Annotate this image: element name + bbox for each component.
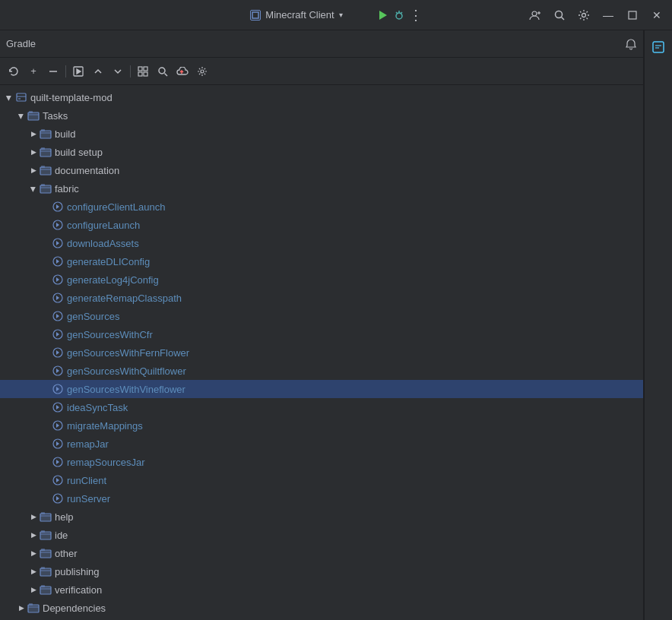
documentation-folder[interactable]: ▶ documentation <box>0 161 643 179</box>
more-button[interactable]: ⋮ <box>410 9 422 21</box>
gradle-settings-button[interactable] <box>193 62 211 81</box>
tasks-expand-arrow[interactable]: ▶ <box>15 110 27 122</box>
add-profile-icon[interactable] <box>529 9 541 21</box>
verification-folder[interactable]: ▶ verification <box>0 580 643 599</box>
up-button[interactable] <box>89 62 107 81</box>
task-configureClientLaunch[interactable]: ▶ configureClientLaunch <box>0 198 643 216</box>
project-name: Minecraft Client <box>265 9 334 21</box>
svg-rect-36 <box>40 167 51 175</box>
root-expand-arrow[interactable]: ▶ <box>3 92 15 104</box>
restore-button[interactable] <box>626 9 639 21</box>
documentation-folder-icon <box>40 164 52 176</box>
title-bar-right: — ✕ <box>529 0 663 30</box>
toolbar: + <box>0 58 643 85</box>
svg-point-9 <box>556 11 563 17</box>
svg-rect-29 <box>29 111 33 113</box>
task-icon <box>52 438 64 450</box>
dependencies-folder[interactable]: ▶ Dependencies <box>0 599 643 617</box>
task-generateLog4jConfig[interactable]: ▶ generateLog4jConfig <box>0 270 643 289</box>
cloud-button[interactable] <box>173 62 192 81</box>
task-icon <box>52 401 64 413</box>
svg-rect-39 <box>40 185 51 193</box>
svg-marker-1 <box>379 11 387 20</box>
other-folder[interactable]: ▶ other <box>0 544 643 562</box>
task-icon <box>52 310 64 322</box>
build-setup-folder[interactable]: ▶ build setup <box>0 143 643 161</box>
debug-button[interactable] <box>393 9 405 21</box>
tree-container[interactable]: ▶ quilt-template-mod ▶ <box>0 85 643 620</box>
build-folder[interactable]: ▶ build <box>0 125 643 143</box>
task-configureLaunch[interactable]: ▶ configureLaunch <box>0 216 643 234</box>
help-folder[interactable]: ▶ help <box>0 508 643 526</box>
close-button[interactable]: ✕ <box>651 9 663 21</box>
run-button[interactable] <box>376 9 388 21</box>
project-chevron[interactable]: ▾ <box>339 11 343 19</box>
task-ideaSyncTask[interactable]: ▶ ideaSyncTask <box>0 398 643 416</box>
ide-expand-arrow[interactable]: ▶ <box>27 529 40 541</box>
task-remapJar[interactable]: ▶ remapJar <box>0 435 643 453</box>
down-button[interactable] <box>109 62 127 81</box>
fabric-tasks-container: ▶ configureClientLaunch ▶ <box>0 198 643 508</box>
gradle-header: Gradle <box>0 30 643 58</box>
task-generateDLIConfig[interactable]: ▶ generateDLIConfig <box>0 252 643 270</box>
task-runClient[interactable]: ▶ runClient <box>0 471 643 489</box>
dependencies-expand-arrow[interactable]: ▶ <box>15 602 27 614</box>
task-remapSourcesJar[interactable]: ▶ remapSourcesJar <box>0 453 643 471</box>
ide-folder[interactable]: ▶ ide <box>0 526 643 544</box>
publishing-folder[interactable]: ▶ publishing <box>0 562 643 580</box>
task-downloadAssets[interactable]: ▶ downloadAssets <box>0 234 643 252</box>
task-genSources[interactable]: ▶ genSources <box>0 307 643 325</box>
refresh-button[interactable] <box>5 62 23 81</box>
project-icon <box>250 10 261 21</box>
svg-rect-77 <box>653 42 664 52</box>
svg-marker-15 <box>77 69 81 74</box>
build-setup-expand-arrow[interactable]: ▶ <box>27 146 40 158</box>
gradle-bell-icon[interactable] <box>625 38 637 50</box>
verification-label: verification <box>55 584 102 596</box>
other-expand-arrow[interactable]: ▶ <box>27 547 40 559</box>
verification-expand-arrow[interactable]: ▶ <box>27 584 40 596</box>
task-genSourcesWithQuiltflower[interactable]: ▶ genSourcesWithQuiltflower <box>0 362 643 380</box>
execute-button[interactable] <box>69 62 87 81</box>
expand-button[interactable] <box>134 62 152 81</box>
remove-button[interactable] <box>44 62 62 81</box>
task-icon <box>52 365 64 377</box>
svg-point-11 <box>582 13 586 17</box>
svg-line-21 <box>165 73 168 76</box>
task-icon <box>52 383 64 395</box>
task-icon <box>52 492 64 505</box>
task-label: genSourcesWithCfr <box>67 329 153 340</box>
svg-rect-70 <box>41 567 45 569</box>
build-expand-arrow[interactable]: ▶ <box>27 128 40 140</box>
minimize-button[interactable]: — <box>602 9 614 21</box>
toolbar-separator-2 <box>130 65 131 78</box>
build-setup-folder-icon <box>40 146 52 158</box>
help-expand-arrow[interactable]: ▶ <box>27 511 40 523</box>
task-runServer[interactable]: ▶ runServer <box>0 489 643 508</box>
help-label: help <box>55 511 74 523</box>
task-generateRemapClasspath[interactable]: ▶ generateRemapClasspath <box>0 289 643 307</box>
svg-point-20 <box>159 68 165 74</box>
publishing-expand-arrow[interactable]: ▶ <box>27 565 40 577</box>
tasks-folder[interactable]: ▶ Tasks <box>0 106 643 125</box>
fabric-folder[interactable]: ▶ fabric <box>0 179 643 198</box>
svg-rect-17 <box>144 67 147 71</box>
fabric-expand-arrow[interactable]: ▶ <box>27 183 40 195</box>
settings-icon[interactable] <box>578 9 590 21</box>
root-module-icon <box>15 91 27 103</box>
task-genSourcesWithFernFlower[interactable]: ▶ genSourcesWithFernFlower <box>0 343 643 362</box>
task-genSourcesWithCfr[interactable]: ▶ genSourcesWithCfr <box>0 325 643 343</box>
task-genSourcesWithVineflower[interactable]: ▶ genSourcesWithVineflower <box>0 380 643 398</box>
task-migrateMappings[interactable]: ▶ migrateMappings <box>0 416 643 435</box>
search-icon[interactable] <box>553 9 566 21</box>
tree-root[interactable]: ▶ quilt-template-mod <box>0 88 643 106</box>
svg-line-4 <box>396 12 398 14</box>
svg-line-10 <box>562 17 565 20</box>
gradle-sidebar-icon[interactable] <box>648 36 669 58</box>
search-button[interactable] <box>154 62 172 81</box>
publishing-label: publishing <box>55 566 100 577</box>
help-folder-icon <box>40 511 52 523</box>
documentation-expand-arrow[interactable]: ▶ <box>27 164 40 176</box>
svg-rect-30 <box>40 131 51 138</box>
add-button[interactable]: + <box>24 62 43 81</box>
